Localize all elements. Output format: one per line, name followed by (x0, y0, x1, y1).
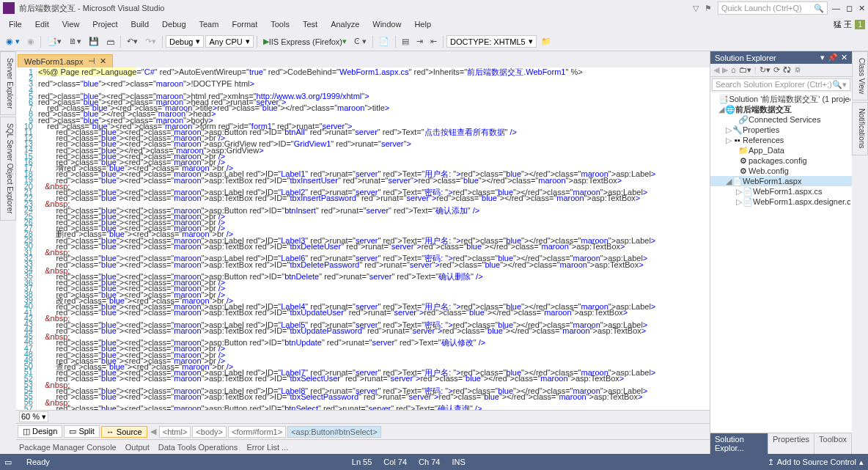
code-editor[interactable]: 1234567891011121314151617181920212223242… (16, 67, 710, 410)
task-list-button[interactable]: ▤ (399, 35, 412, 48)
sync-icon[interactable]: ↻▾ (760, 65, 770, 75)
run-button[interactable]: ▶ IIS Express (Firefox) ▾ (260, 35, 350, 48)
menu-test[interactable]: Test (297, 18, 323, 30)
breadcrumb-html[interactable]: <html> (159, 426, 191, 438)
split-button[interactable]: ▭ Split (64, 425, 99, 438)
server-explorer-tab[interactable]: Server Explorer (0, 51, 16, 115)
sql-object-explorer-tab[interactable]: SQL Server Object Explorer (0, 117, 16, 221)
solexp-search-input[interactable]: Search Solution Explorer (Ctrl+;) 🔍▾ (712, 78, 850, 91)
bottom-tab-properties[interactable]: Properties (768, 433, 814, 454)
refresh-icon[interactable]: 🗘 (783, 65, 791, 75)
menu-help[interactable]: Help (408, 18, 437, 30)
right-rail: Class View Notifications (852, 51, 868, 454)
pin-icon[interactable]: ⊣ (88, 56, 95, 66)
tree-packages-config[interactable]: ⚙packages.config (710, 155, 852, 166)
bottom-tab-toolbox[interactable]: Toolbox (814, 433, 852, 454)
window-position-icon[interactable]: ▾ (820, 53, 825, 62)
minimize-button[interactable]: — (832, 4, 840, 13)
tree-webform1-aspx[interactable]: ◢📄WebForm1.aspx (710, 176, 852, 186)
design-button[interactable]: ◫ Design (18, 425, 62, 438)
indent-button[interactable]: ⇥ (413, 35, 426, 48)
close-button[interactable]: ✕ (858, 4, 865, 13)
outdent-button[interactable]: ⇤ (427, 35, 440, 48)
solution-node[interactable]: 📑Solution '前后端数据交互' (1 project) (710, 94, 852, 104)
home-icon[interactable]: ⌂ (731, 65, 736, 75)
tree-web-config[interactable]: ⚙Web.config (710, 166, 852, 176)
breadcrumb-back-icon[interactable]: ◀ (149, 427, 158, 436)
user-name[interactable]: 猛 王 (834, 19, 852, 30)
tree-appdata[interactable]: 📁App_Data (710, 145, 852, 155)
save-all-button[interactable]: 🗃 (103, 36, 117, 48)
open-button[interactable]: 🗎▾ (66, 35, 84, 48)
breadcrumb-button[interactable]: <asp:Button#btnSelect> (287, 426, 380, 438)
forward-icon[interactable]: ▶ (722, 65, 728, 75)
menu-format[interactable]: Format (226, 18, 263, 30)
project-node[interactable]: ◢🌐前后端数据交互 (710, 104, 852, 114)
tab-error-list[interactable]: Error List ... (246, 443, 288, 452)
tree-references[interactable]: ▷▪▪References (710, 135, 852, 145)
solexp-toolbar: ◀ ▶ ⌂ 🗀▾ | ↻▾ ⟳ 🗘 ⛭ (710, 64, 852, 77)
bottom-tab-solexp[interactable]: Solution Explor... (710, 433, 768, 454)
menu-debug[interactable]: Debug (156, 18, 191, 30)
menu-edit[interactable]: Edit (29, 18, 55, 30)
back-icon[interactable]: ◀ (713, 65, 719, 75)
redo-button[interactable]: ↷▾ (142, 35, 159, 48)
tree-properties[interactable]: ▷🔧Properties (710, 125, 852, 135)
tab-package-manager[interactable]: Package Manager Console (19, 443, 117, 452)
menu-team[interactable]: Team (194, 18, 225, 30)
maximize-button[interactable]: ◻ (846, 4, 853, 13)
autohide-icon[interactable]: 📌 (828, 53, 838, 62)
breadcrumb-form[interactable]: <form#form1> (228, 426, 286, 438)
tab-data-tools[interactable]: Data Tools Operations (158, 443, 238, 452)
menu-build[interactable]: Build (125, 18, 155, 30)
save-button[interactable]: 💾 (86, 35, 102, 48)
user-badge[interactable]: 1 (855, 20, 865, 29)
status-ins: INS (452, 458, 465, 466)
platform-combo[interactable]: Any CPU▾ (205, 35, 253, 48)
source-button[interactable]: ↔ Source (101, 426, 147, 438)
statusbar: ▭ Ready Ln 55 Col 74 Ch 74 INS ↥ Add to … (0, 454, 868, 470)
back-button[interactable]: ◉ ▾ (3, 35, 23, 48)
tab-output[interactable]: Output (125, 443, 150, 452)
menu-file[interactable]: File (3, 18, 28, 30)
menu-analyze[interactable]: Analyze (325, 18, 365, 30)
filter-icon[interactable]: ▽ (693, 4, 699, 13)
menu-view[interactable]: View (56, 18, 86, 30)
tab-close-icon[interactable]: ✕ (100, 56, 106, 66)
left-rail: Server Explorer SQL Server Object Explor… (0, 51, 16, 454)
tab-webform1[interactable]: WebForm1.aspx ⊣ ✕ (18, 54, 113, 67)
new-project-button[interactable]: 📑▾ (44, 35, 65, 48)
tree-webform1-cs[interactable]: ▷📄WebForm1.aspx.cs (710, 186, 852, 197)
menu-project[interactable]: Project (87, 18, 123, 30)
tree-connected-services[interactable]: 🔗Connected Services (710, 114, 852, 125)
zoom-combo[interactable]: 60 % ▾ (19, 411, 48, 422)
browser-link-button[interactable]: Ͼ ▾ (351, 35, 369, 48)
show-all-icon[interactable]: ⟳ (773, 65, 780, 75)
source-control-button[interactable]: ↥ Add to Source Control ▴ (768, 458, 864, 467)
search-icon: 🔍▾ (832, 80, 847, 89)
doctype-combo[interactable]: DOCTYPE: XHTML5▾ (446, 35, 537, 48)
quick-launch-input[interactable]: Quick Launch (Ctrl+Q) 🔍 (718, 1, 828, 15)
panel-close-icon[interactable]: ✕ (841, 53, 847, 62)
undo-button[interactable]: ↶▾ (124, 35, 141, 48)
validate-button[interactable]: 📁 (538, 35, 554, 48)
notifications-icon[interactable]: ⚑ (705, 4, 712, 13)
config-combo[interactable]: Debug▾ (166, 35, 204, 48)
menubar: File Edit View Project Build Debug Team … (0, 16, 868, 32)
properties-icon[interactable]: ⛭ (794, 65, 802, 75)
document-tabs: WebForm1.aspx ⊣ ✕ (16, 51, 710, 67)
tree-webform1-designer[interactable]: ▷📄WebForm1.aspx.designer.c (710, 197, 852, 207)
new-item-button[interactable]: 📄 (376, 35, 392, 48)
menu-window[interactable]: Window (367, 18, 407, 30)
forward-button[interactable]: ◉ (24, 35, 37, 48)
solution-tree[interactable]: 📑Solution '前后端数据交互' (1 project) ◢🌐前后端数据交… (710, 92, 852, 433)
breadcrumb-body[interactable]: <body> (192, 426, 227, 438)
status-ready: Ready (26, 458, 50, 466)
class-view-tab[interactable]: Class View (852, 51, 868, 100)
solexp-titlebar[interactable]: Solution Explorer ▾ 📌 ✕ (710, 51, 852, 64)
code-area[interactable]: <%@ Page red">Language="C#" red">AutoEve… (37, 67, 710, 410)
collapse-icon[interactable]: 🗀▾ (739, 65, 751, 75)
menu-tools[interactable]: Tools (265, 18, 295, 30)
notifications-tab[interactable]: Notifications (852, 102, 868, 155)
status-col: Col 74 (383, 458, 407, 466)
